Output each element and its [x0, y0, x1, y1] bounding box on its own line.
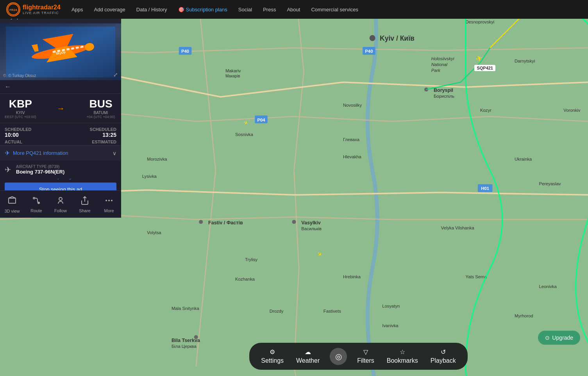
svg-text:Bila Tserkva: Bila Tserkva: [172, 338, 200, 343]
svg-text:Lysivka: Lysivka: [142, 174, 157, 179]
settings-label: Settings: [261, 357, 284, 364]
map-center-btn[interactable]: ◎: [330, 348, 347, 365]
photo-credit: © © Turkay Oksuz: [3, 73, 36, 78]
estimated-label: ESTIMATED: [92, 140, 116, 144]
dest-tz: +04 (UTC +04:00): [85, 115, 116, 119]
svg-text:Бориспіль: Бориспіль: [434, 94, 454, 98]
nav-items: Apps Add coverage Data / History 🎯 Subsc…: [67, 0, 363, 19]
svg-text:National: National: [431, 62, 448, 67]
svg-text:Hrebinka: Hrebinka: [343, 274, 361, 279]
map-bookmarks-btn[interactable]: ☆ Bookmarks: [381, 346, 424, 367]
follow-icon: [56, 196, 65, 207]
bookmarks-icon: ☆: [400, 348, 405, 356]
svg-text:Kyiv / Київ: Kyiv / Київ: [380, 34, 415, 42]
weather-icon: ☁: [305, 348, 311, 356]
svg-text:Boryspil: Boryspil: [434, 88, 453, 93]
svg-text:Vasylkiv: Vasylkiv: [301, 220, 321, 226]
svg-text:Novosilky: Novosilky: [343, 103, 362, 107]
svg-point-80: [105, 200, 107, 201]
svg-text:H01: H01: [481, 186, 489, 191]
map-toolbar: ⚙ Settings ☁ Weather ◎ ▽ Filters ☆ Bookm…: [129, 343, 588, 376]
actual-label: ACTUAL: [5, 140, 61, 144]
toolbar-route[interactable]: Route: [26, 196, 47, 213]
svg-text:P40: P40: [365, 49, 373, 54]
share-icon: [80, 196, 89, 207]
nav-about[interactable]: About: [282, 0, 305, 19]
upgrade-button[interactable]: ⊙ Upgrade: [538, 331, 580, 345]
logo-icon: FR24: [6, 2, 20, 16]
toolbar-follow[interactable]: Follow: [50, 196, 71, 213]
svg-text:FR24: FR24: [9, 8, 17, 12]
route-label: Route: [30, 208, 42, 213]
dest-airport: BUS BATUMI +04 (UTC +04:00): [85, 98, 116, 119]
svg-text:Ivanivka: Ivanivka: [382, 323, 399, 328]
nav-data-history[interactable]: Data / History: [132, 0, 172, 19]
more-info-header[interactable]: ✈ More PQ421 information ∨: [0, 145, 121, 161]
bookmarks-label: Bookmarks: [387, 357, 418, 364]
aircraft-photo: SkyUp © © Turkay Oksuz ⤢: [0, 23, 121, 80]
brand-name: flightradar24: [23, 4, 61, 11]
svg-text:Sosnivka: Sosnivka: [235, 132, 253, 137]
svg-text:Trylisy: Trylisy: [245, 257, 257, 262]
flight-panel: PQ421 /SQP421 SkyUp Airlines ✕: [0, 0, 121, 218]
svg-text:Park: Park: [431, 68, 441, 73]
svg-text:Kozhanka: Kozhanka: [235, 277, 255, 281]
origin-code: KBP: [5, 98, 36, 110]
svg-point-21: [199, 220, 203, 224]
svg-text:Fastiv / Фастів: Fastiv / Фастів: [208, 220, 243, 226]
back-icon[interactable]: ←: [5, 83, 11, 90]
map-filters-btn[interactable]: ▽ Filters: [352, 346, 380, 367]
logo[interactable]: FR24 flightradar24 LIVE AIR TRAFFIC: [0, 2, 67, 16]
origin-tz: EEST (UTC +03:00): [5, 115, 36, 119]
nav-commercial[interactable]: Commercial services: [306, 0, 363, 19]
playback-label: Playback: [431, 357, 456, 364]
weather-label: Weather: [296, 357, 320, 364]
origin-name: KYIV: [5, 111, 36, 115]
svg-text:Yats Serna: Yats Serna: [465, 274, 487, 279]
brand-tagline: LIVE AIR TRAFFIC: [23, 11, 61, 15]
svg-text:Darnytskyi: Darnytskyi: [515, 59, 535, 63]
svg-text:Desnoprovskyi: Desnoprovskyi: [465, 20, 494, 24]
svg-point-82: [111, 200, 113, 201]
expand-icon[interactable]: ⤢: [113, 72, 118, 78]
more-icon: [104, 196, 114, 207]
nav-apps[interactable]: Apps: [67, 0, 88, 19]
svg-rect-75: [9, 198, 16, 203]
map-settings-btn[interactable]: ⚙ Settings: [256, 346, 289, 367]
top-navigation: FR24 flightradar24 LIVE AIR TRAFFIC Apps…: [0, 0, 588, 19]
svg-text:P40: P40: [181, 49, 189, 54]
svg-point-76: [33, 197, 35, 199]
svg-text:Morozivka: Morozivka: [147, 157, 167, 161]
toolbar-more[interactable]: More: [98, 196, 120, 213]
toolbar-share[interactable]: Share: [74, 196, 96, 213]
svg-text:Myrhorod: Myrhorod: [515, 313, 533, 318]
svg-text:Holosiivskyi: Holosiivskyi: [431, 56, 454, 61]
origin-airport: KBP KYIV EEST (UTC +03:00): [5, 98, 36, 119]
more-info-section: ✈ More PQ421 information ∨ ✈ AIRCRAFT TY…: [0, 145, 121, 179]
route-icon: [32, 196, 41, 207]
chevron-down-icon: ∨: [113, 150, 116, 156]
map-playback-btn[interactable]: ↺ Playback: [425, 346, 461, 367]
svg-point-11: [370, 35, 375, 41]
3dview-label: 3D view: [4, 209, 20, 213]
nav-press[interactable]: Press: [258, 0, 281, 19]
aircraft-type-label: AIRCRAFT TYPE (B739): [16, 165, 64, 169]
svg-text:Leonivka: Leonivka: [539, 284, 557, 289]
nav-subscription[interactable]: 🎯 Subscription plans: [173, 0, 232, 19]
nav-social[interactable]: Social: [234, 0, 257, 19]
map-weather-btn[interactable]: ☁ Weather: [291, 346, 325, 367]
aircraft-type-icon: ✈: [5, 165, 11, 174]
settings-icon: ⚙: [270, 348, 275, 356]
follow-label: Follow: [54, 208, 67, 213]
aircraft-image: SkyUp © © Turkay Oksuz ⤢: [0, 23, 121, 80]
aircraft-model: Boeing 737-96N(ER): [16, 169, 64, 175]
svg-point-78: [59, 197, 62, 201]
nav-add-coverage[interactable]: Add coverage: [89, 0, 130, 19]
filter-icon: ▽: [363, 348, 368, 356]
svg-text:Drozdy: Drozdy: [270, 309, 284, 313]
upgrade-icon: ⊙: [545, 335, 550, 341]
toolbar-3dview[interactable]: 3D view: [2, 195, 23, 213]
playback-icon: ↺: [441, 348, 446, 356]
svg-text:Velyka Vilshanka: Velyka Vilshanka: [441, 226, 475, 230]
svg-text:Hlevakha: Hlevakha: [343, 154, 362, 159]
